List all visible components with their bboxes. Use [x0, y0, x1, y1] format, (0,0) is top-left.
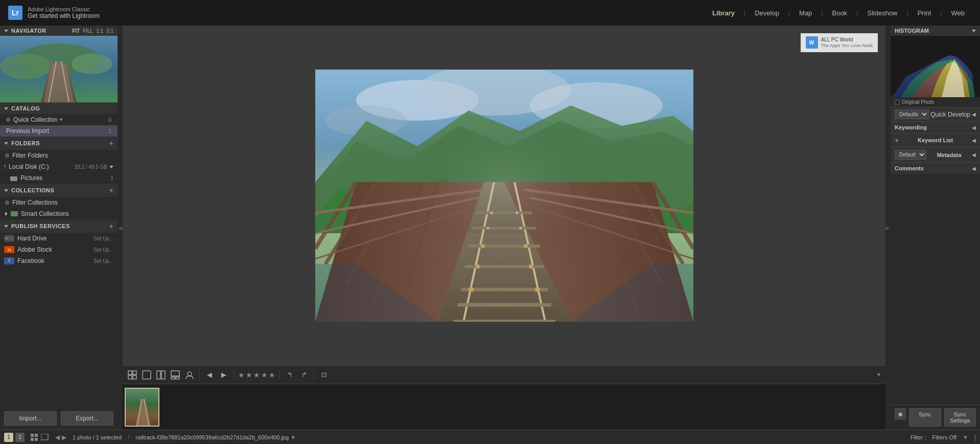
- metadata-preset-dropdown[interactable]: Default: [895, 150, 926, 160]
- sync-button[interactable]: Sync: [909, 408, 941, 427]
- adobe-stock-setup-button[interactable]: Set Up...: [94, 247, 113, 253]
- quick-collection-item[interactable]: Quick Collection + 0: [0, 114, 118, 125]
- histogram-toggle-icon: [972, 30, 976, 32]
- toolbar-dropdown-icon[interactable]: ▼: [876, 372, 881, 378]
- crop-button[interactable]: ⊡: [318, 369, 330, 381]
- quick-develop-section: Defaults Quick Develop ◀: [891, 107, 980, 121]
- unflag-button[interactable]: ↱: [298, 369, 310, 381]
- facebook-setup-button[interactable]: Set Up...: [94, 258, 113, 264]
- topbar-nav: Library | Develop | Map | Book | Slidesh…: [705, 6, 972, 20]
- local-disk-size: 33.2 / 49.5 GB: [75, 164, 108, 170]
- flag-button[interactable]: ↰: [284, 369, 295, 381]
- filter-folders-label: Filter Folders: [12, 152, 48, 159]
- people-view-button[interactable]: [184, 369, 195, 381]
- publish-title: Publish Services: [11, 223, 70, 229]
- left-panel-collapse[interactable]: ◀: [118, 26, 123, 430]
- original-photo-row: Original Photo: [891, 97, 980, 107]
- sync-settings-button[interactable]: Sync Settings: [944, 408, 976, 427]
- local-disk-expand[interactable]: [109, 166, 113, 168]
- nav-slideshow[interactable]: Slideshow: [860, 6, 904, 20]
- hard-drive-icon: [4, 235, 14, 242]
- view-mode-status: [31, 434, 49, 441]
- comments-header[interactable]: Comments ◀: [891, 163, 980, 174]
- nav-book[interactable]: Book: [825, 6, 854, 20]
- histogram-header[interactable]: Histogram: [891, 26, 980, 36]
- loupe-view-button[interactable]: [141, 369, 152, 381]
- folders-toggle-icon: [4, 142, 8, 145]
- grid-view-button[interactable]: [127, 369, 138, 381]
- quick-develop-preset-dropdown[interactable]: Defaults: [895, 109, 929, 119]
- star-2[interactable]: ★: [246, 371, 252, 379]
- star-4[interactable]: ★: [261, 371, 268, 379]
- publish-header[interactable]: Publish Services +: [0, 219, 118, 233]
- star-5[interactable]: ★: [269, 371, 275, 379]
- keywording-header[interactable]: Keywording ◀: [891, 122, 980, 133]
- nav-library[interactable]: Library: [705, 6, 742, 20]
- smart-collections-item[interactable]: Smart Collections: [0, 208, 118, 219]
- svg-rect-9: [10, 176, 13, 178]
- collections-header[interactable]: Collections +: [0, 184, 118, 197]
- toolbar-separator-4: [314, 370, 314, 380]
- keyword-list-header[interactable]: + Keyword List ◀: [891, 134, 980, 147]
- quick-develop-collapse-icon: ◀: [972, 112, 976, 117]
- keywording-title: Keywording: [895, 124, 927, 130]
- next-arrow-status[interactable]: ▶: [62, 434, 66, 441]
- compare-view-button[interactable]: [155, 369, 167, 381]
- nav-1x[interactable]: 1:1: [96, 28, 103, 34]
- filter-dropdown-icon[interactable]: ▼: [963, 434, 968, 440]
- nav-web[interactable]: Web: [944, 6, 972, 20]
- folders-add-button[interactable]: +: [109, 139, 113, 147]
- topbar-left: Lr Adobe Lightroom Classic Get started w…: [8, 6, 100, 20]
- app-name: Adobe Lightroom Classic: [28, 6, 100, 12]
- nav-print[interactable]: Print: [911, 6, 939, 20]
- prev-photo-button[interactable]: ◀: [204, 369, 215, 381]
- prev-arrow-status[interactable]: ◀: [55, 434, 60, 441]
- star-1[interactable]: ★: [238, 371, 245, 379]
- folders-section: Folders + Filter Folders ! Local Disk (C…: [0, 137, 118, 184]
- quick-develop-header[interactable]: Defaults Quick Develop ◀: [891, 107, 980, 121]
- right-panel-collapse[interactable]: ▶: [885, 26, 891, 430]
- previous-import-item[interactable]: Previous Import 1: [0, 125, 118, 137]
- nav-arrows: ◀ ▶: [55, 434, 66, 441]
- navigator-header[interactable]: Navigator FIT FILL 1:1 3:1: [0, 26, 118, 36]
- local-disk-label: Local Disk (C:): [9, 163, 49, 170]
- next-photo-button[interactable]: ▶: [218, 369, 229, 381]
- nav-develop[interactable]: Develop: [748, 6, 786, 20]
- app-subtitle: Get started with Lightroom: [28, 12, 100, 19]
- nav-fit[interactable]: FIT: [72, 28, 80, 34]
- local-disk-item[interactable]: ! Local Disk (C:) 33.2 / 49.5 GB: [0, 161, 118, 172]
- nav-map[interactable]: Map: [792, 6, 819, 20]
- pictures-folder-item[interactable]: Pictures 1: [0, 172, 118, 184]
- adobe-stock-label: Adobe Stock: [17, 246, 52, 253]
- folders-header[interactable]: Folders +: [0, 137, 118, 150]
- survey-view-button[interactable]: [170, 369, 181, 381]
- original-photo-checkbox[interactable]: [895, 100, 900, 105]
- panel-bottom: Import... Export...: [0, 407, 118, 430]
- collections-add-button[interactable]: +: [109, 186, 113, 194]
- catalog-section: Catalog Quick Collection + 0 Previous Im…: [0, 102, 118, 137]
- star-3[interactable]: ★: [253, 371, 260, 379]
- publish-add-button[interactable]: +: [109, 222, 113, 230]
- facebook-publish-item[interactable]: f Facebook Set Up...: [0, 255, 118, 267]
- nav-3x[interactable]: 3:1: [106, 28, 113, 34]
- svg-rect-63: [128, 375, 132, 379]
- adobe-stock-publish-item[interactable]: St Adobe Stock Set Up...: [0, 244, 118, 255]
- collections-title: Collections: [11, 187, 54, 193]
- keyword-list-add-icon[interactable]: +: [895, 136, 899, 144]
- page-1-button[interactable]: 1: [4, 433, 13, 442]
- comments-title: Comments: [895, 165, 924, 171]
- quick-develop-defaults: Defaults: [895, 109, 929, 119]
- path-dropdown-icon[interactable]: ▼: [290, 434, 296, 440]
- sync-icon-button[interactable]: ◼: [895, 408, 906, 419]
- main: Navigator FIT FILL 1:1 3:1: [0, 26, 980, 430]
- hard-drive-setup-button[interactable]: Set Up...: [94, 236, 113, 241]
- import-button[interactable]: Import...: [4, 411, 57, 426]
- filter-end-icon[interactable]: |: [974, 434, 976, 441]
- page-2-button[interactable]: 2: [15, 433, 25, 442]
- metadata-header[interactable]: Default Metadata ◀: [891, 147, 980, 162]
- catalog-header[interactable]: Catalog: [0, 103, 118, 114]
- hard-drive-publish-item[interactable]: Hard Drive Set Up...: [0, 233, 118, 244]
- export-button[interactable]: Export...: [61, 411, 113, 426]
- filmstrip-thumb-1[interactable]: [125, 388, 159, 427]
- nav-fill[interactable]: FILL: [83, 28, 93, 34]
